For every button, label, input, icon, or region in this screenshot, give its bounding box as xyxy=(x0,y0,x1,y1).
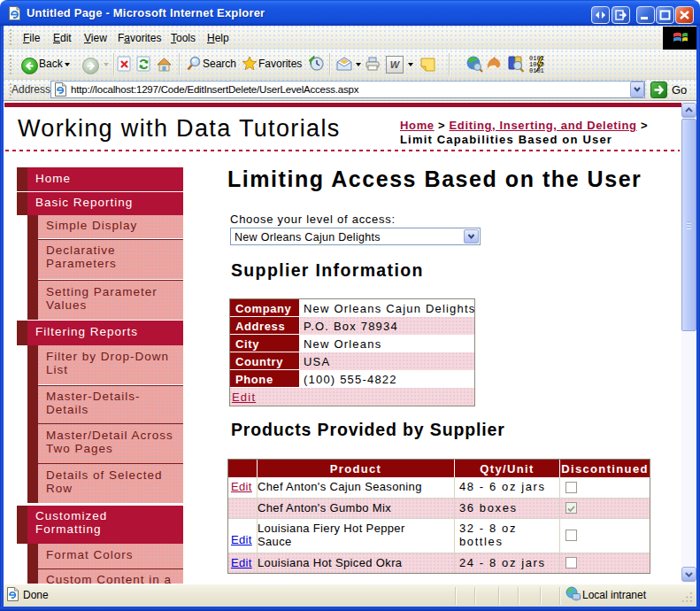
svg-text:W: W xyxy=(390,59,401,70)
